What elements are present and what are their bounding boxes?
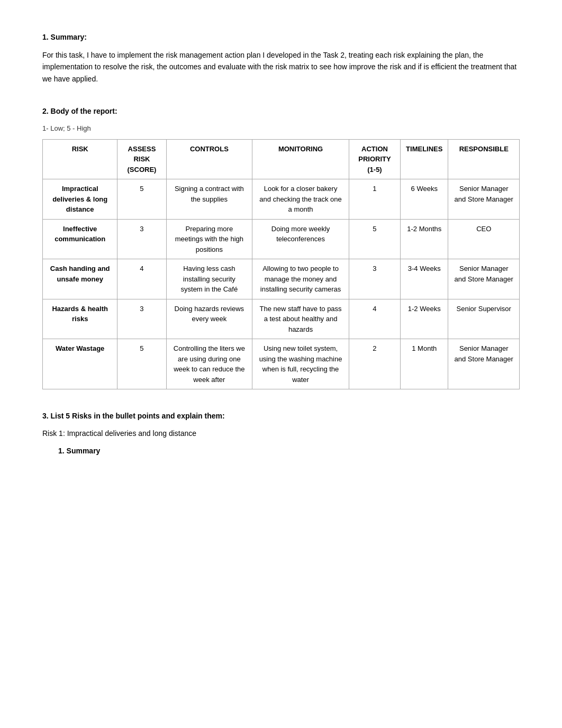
col-risk: RISK xyxy=(43,139,117,179)
scale-note: 1- Low; 5 - High xyxy=(42,123,520,134)
section-3-heading: 3. List 5 Risks in the bullet points and… xyxy=(42,411,520,422)
cell-risk: Hazards & health risks xyxy=(43,299,117,339)
section-2: 2. Body of the report: 1- Low; 5 - High … xyxy=(42,106,520,389)
cell-monitoring: Doing more weekly teleconferences xyxy=(252,219,349,259)
cell-action_priority: 3 xyxy=(349,259,400,299)
cell-risk: Impractical deliveries & long distance xyxy=(43,179,117,220)
table-row: Ineffective communication3Preparing more… xyxy=(43,219,520,259)
cell-score: 4 xyxy=(117,259,166,299)
cell-controls: Having less cash installing security sys… xyxy=(166,259,252,299)
cell-score: 3 xyxy=(117,299,166,339)
section-1: 1. Summary: For this task, I have to imp… xyxy=(42,32,520,85)
col-responsible: RESPONSIBLE xyxy=(448,139,520,179)
cell-timelines: 1-2 Months xyxy=(401,219,448,259)
section-1-body: For this task, I have to implement the r… xyxy=(42,49,520,85)
table-row: Water Wastage5Controlling the liters we … xyxy=(43,339,520,389)
table-row: Cash handing and unsafe money4Having les… xyxy=(43,259,520,299)
risk-1-label: Risk 1: Impractical deliveries and long … xyxy=(42,428,520,439)
cell-score: 3 xyxy=(117,219,166,259)
cell-responsible: CEO xyxy=(448,219,520,259)
table-row: Hazards & health risks3Doing hazards rev… xyxy=(43,299,520,339)
cell-timelines: 1-2 Weeks xyxy=(401,299,448,339)
cell-action_priority: 2 xyxy=(349,339,400,389)
cell-timelines: 3-4 Weeks xyxy=(401,259,448,299)
cell-risk: Ineffective communication xyxy=(43,219,117,259)
cell-risk: Water Wastage xyxy=(43,339,117,389)
risk-1-label-text: Risk 1: xyxy=(42,429,65,438)
col-timelines: TIMELINES xyxy=(401,139,448,179)
cell-responsible: Senior Manager and Store Manager xyxy=(448,259,520,299)
cell-action_priority: 5 xyxy=(349,219,400,259)
section-3: 3. List 5 Risks in the bullet points and… xyxy=(42,411,520,457)
cell-responsible: Senior Supervisor xyxy=(448,299,520,339)
section-1-heading: 1. Summary: xyxy=(42,32,520,43)
cell-monitoring: Look for a closer bakery and checking th… xyxy=(252,179,349,220)
risk-table: RISK ASSESS RISK (SCORE) CONTROLS MONITO… xyxy=(42,139,520,390)
cell-monitoring: The new staff have to pass a test about … xyxy=(252,299,349,339)
col-score: ASSESS RISK (SCORE) xyxy=(117,139,166,179)
cell-timelines: 1 Month xyxy=(401,339,448,389)
cell-controls: Signing a contract with the supplies xyxy=(166,179,252,220)
cell-action_priority: 1 xyxy=(349,179,400,220)
cell-monitoring: Using new toilet system, using the washi… xyxy=(252,339,349,389)
risk-1-description: Impractical deliveries and long distance xyxy=(67,429,196,438)
col-controls: CONTROLS xyxy=(166,139,252,179)
cell-controls: Controlling the liters we are using duri… xyxy=(166,339,252,389)
cell-responsible: Senior Manager and Store Manager xyxy=(448,339,520,389)
cell-risk: Cash handing and unsafe money xyxy=(43,259,117,299)
cell-timelines: 6 Weeks xyxy=(401,179,448,220)
cell-controls: Preparing more meetings with the high po… xyxy=(166,219,252,259)
section-2-heading: 2. Body of the report: xyxy=(42,106,520,117)
cell-score: 5 xyxy=(117,339,166,389)
cell-action_priority: 4 xyxy=(349,299,400,339)
table-row: Impractical deliveries & long distance5S… xyxy=(43,179,520,220)
cell-responsible: Senior Manager and Store Manager xyxy=(448,179,520,220)
col-monitoring: MONITORING xyxy=(252,139,349,179)
cell-monitoring: Allowing to two people to manage the mon… xyxy=(252,259,349,299)
cell-controls: Doing hazards reviews every week xyxy=(166,299,252,339)
cell-score: 5 xyxy=(117,179,166,220)
col-action: ACTION PRIORITY (1-5) xyxy=(349,139,400,179)
risk-1-summary-heading: 1. Summary xyxy=(58,445,520,457)
